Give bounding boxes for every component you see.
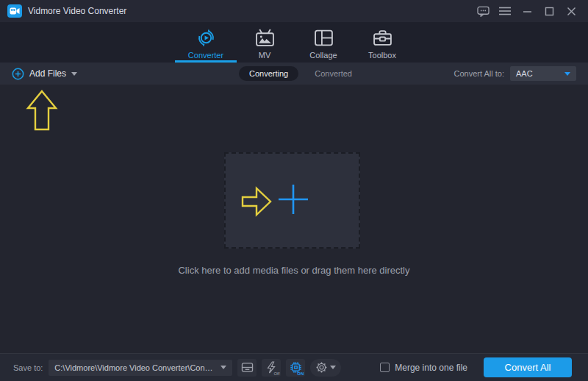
gpu-state: ON [297,371,304,376]
settings-button[interactable] [310,359,341,377]
merge-checkbox[interactable] [380,363,390,372]
tab-collage[interactable]: Collage [294,22,353,63]
tab-toolbox-label: Toolbox [368,51,396,60]
output-format-value: AAC [516,69,564,78]
app-logo-icon [7,4,22,18]
titlebar: Vidmore Video Converter [0,0,588,22]
convert-all-button[interactable]: Convert All [484,357,572,377]
chevron-down-icon [564,72,570,76]
add-files-label: Add Files [29,68,66,79]
merge-into-one-file-toggle[interactable]: Merge into one file [380,363,467,373]
dropzone-hint-text[interactable]: Click here to add media files or drag th… [0,265,588,276]
output-format-select[interactable]: AAC [510,66,576,81]
maximize-icon[interactable] [541,3,557,19]
convert-all-to-label: Convert All to: [454,69,504,78]
save-to-label: Save to: [13,363,43,372]
minimize-icon[interactable] [519,3,535,19]
close-icon[interactable] [563,3,579,19]
tab-collage-label: Collage [309,51,337,60]
tab-converting[interactable]: Converting [239,66,298,81]
tab-converted[interactable]: Converted [315,69,352,78]
tab-mv[interactable]: MV [235,22,294,63]
gpu-acceleration-toggle-button[interactable]: ON [286,359,305,377]
main-nav: Converter MV [0,22,588,63]
merge-label: Merge into one file [395,363,467,373]
media-dropzone[interactable] [224,152,360,249]
tab-toolbox[interactable]: Toolbox [353,22,412,63]
tab-converter[interactable]: Converter [176,22,235,63]
annotation-up-arrow-icon [25,89,59,132]
save-path-value: C:\Vidmore\Vidmore Video Converter\Conve… [54,363,216,372]
queue-tabs: Converting Converted [239,63,352,85]
high-speed-state: Off [273,371,279,376]
chevron-down-icon [220,366,226,369]
collage-icon [314,28,334,48]
main-content: Click here to add media files or drag th… [0,85,588,353]
toolbar: Add Files Converting Converted Convert A… [0,63,588,85]
chevron-down-icon [71,72,77,76]
open-folder-button[interactable] [237,359,257,377]
mv-icon [255,28,275,48]
high-speed-toggle-button[interactable]: Off [262,359,281,377]
toolbox-icon [373,28,392,48]
plus-circle-icon [12,68,24,80]
add-files-button[interactable]: Add Files [12,68,77,80]
menu-icon[interactable] [497,3,513,19]
tab-mv-label: MV [259,51,271,60]
feedback-icon[interactable] [475,3,491,19]
converter-icon [196,28,216,48]
bottom-bar: Save to: C:\Vidmore\Vidmore Video Conver… [0,353,588,381]
chevron-down-icon [330,366,336,369]
app-title: Vidmore Video Converter [28,6,126,16]
annotation-right-arrow-icon [240,185,273,218]
tab-converter-label: Converter [188,51,223,60]
add-media-plus-icon [278,184,309,215]
save-path-select[interactable]: C:\Vidmore\Vidmore Video Converter\Conve… [49,360,232,376]
convert-all-to-group: Convert All to: AAC [454,66,576,81]
